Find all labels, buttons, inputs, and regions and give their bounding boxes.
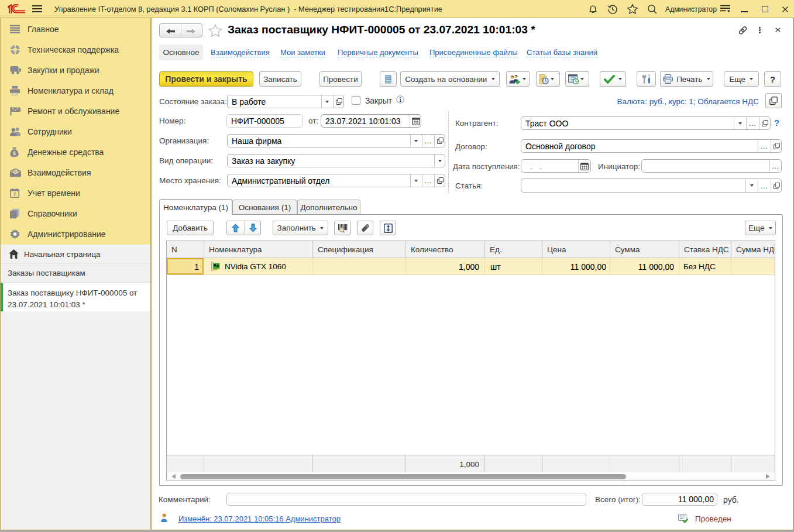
svg-text:$: $ (13, 150, 16, 156)
svg-text:7: 7 (13, 191, 16, 197)
svg-text:@: @ (13, 169, 18, 174)
